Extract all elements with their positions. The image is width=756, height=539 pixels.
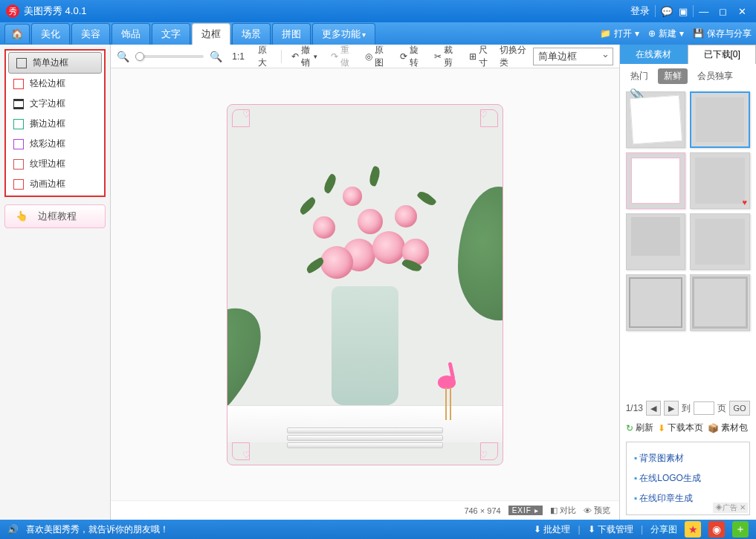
frame-thumb[interactable]: [690, 213, 750, 270]
link-bg-materials[interactable]: 背景图素材: [633, 448, 743, 468]
sidebar-item-label: 简单边框: [33, 57, 68, 69]
sidebar-item-label: 轻松边框: [30, 77, 65, 90]
materials-panel: 在线素材 已下载[0] 热门 新鲜 会员独享 1/13 ◀ ▶ 到 页 GO: [619, 45, 756, 520]
tab-ornament[interactable]: 饰品: [112, 23, 150, 45]
page-input[interactable]: [694, 401, 714, 415]
eye-icon: 👁: [584, 506, 592, 515]
frame-thumbnails: [620, 88, 756, 398]
compare-button[interactable]: ◧对比: [550, 505, 576, 516]
square-icon: [13, 159, 24, 170]
canvas-toolbar: 🔍 🔍 1:1 原大 ↶撤销▾ ↷重做 ◎原图 ⟳旋转 ✂裁剪 ⊞尺寸 切换分类…: [111, 45, 619, 68]
plus-icon: ⊕: [648, 28, 656, 39]
tab-home[interactable]: 🏠: [4, 24, 30, 43]
frame-thumb[interactable]: [626, 152, 686, 209]
tab-online-materials[interactable]: 在线素材: [620, 45, 688, 64]
square-icon: [13, 79, 24, 89]
zoom-in-icon[interactable]: 🔍: [210, 51, 222, 62]
square-icon: [13, 139, 24, 149]
page-next-button[interactable]: ▶: [664, 401, 679, 416]
download-page-button[interactable]: ⬇下载本页: [658, 422, 703, 434]
frame-thumb[interactable]: [690, 152, 750, 209]
batch-button[interactable]: ⬇ 批处理: [534, 523, 570, 536]
frame-thumb[interactable]: [626, 213, 686, 270]
filter-new[interactable]: 新鲜: [658, 68, 688, 84]
frame-thumb[interactable]: [626, 274, 686, 331]
material-pack-button[interactable]: 📦素材包: [708, 422, 748, 434]
refresh-icon: ↻: [626, 423, 633, 433]
refresh-button[interactable]: ↻刷新: [626, 422, 653, 434]
status-bar: 🔊 喜欢美图秀秀，就告诉你的朋友哦！ ⬇ 批处理 | ⬇ 下载管理 | 分享图 …: [0, 520, 756, 539]
sidebar-item-color[interactable]: 炫彩边框: [6, 134, 104, 154]
image-dimensions: 746 × 974: [464, 506, 500, 515]
preview-button[interactable]: 👁预览: [584, 505, 610, 516]
sidebar-item-texture[interactable]: 纹理边框: [6, 154, 104, 174]
crop-button[interactable]: ✂裁剪: [430, 42, 459, 71]
chat-icon[interactable]: 💬: [661, 6, 673, 17]
package-icon: 📦: [708, 423, 719, 433]
page-go-button[interactable]: GO: [729, 401, 750, 416]
lines-icon: [13, 99, 24, 109]
page-prev-button[interactable]: ◀: [646, 401, 661, 416]
login-button[interactable]: 登录: [630, 4, 650, 18]
folder-icon: 📁: [600, 28, 611, 39]
tab-text[interactable]: 文字: [152, 23, 190, 45]
tab-downloaded[interactable]: 已下载[0]: [688, 45, 756, 64]
close-button[interactable]: ✕: [735, 6, 749, 17]
ad-badge[interactable]: ◈广告 ✕: [713, 503, 748, 513]
tutorial-label: 边框教程: [38, 210, 77, 223]
exif-button[interactable]: EXIF ▸: [508, 506, 543, 515]
redo-button[interactable]: ↷重做: [327, 42, 355, 71]
share-label: 分享图: [650, 523, 677, 536]
open-button[interactable]: 📁打开▾: [600, 28, 639, 40]
share-qzone-icon[interactable]: ★: [685, 521, 701, 538]
titlebar: 秀 美图秀秀 4.0.1 登录 💬 ▣ — ◻ ✕: [0, 0, 756, 22]
app-logo-icon: 秀: [6, 4, 19, 18]
edited-image[interactable]: ♡ ♡ ♡ ♡: [227, 104, 503, 465]
disk-icon: 💾: [693, 28, 704, 39]
filter-hot[interactable]: 热门: [624, 68, 654, 84]
frame-thumb[interactable]: [690, 91, 750, 148]
share-weibo-icon[interactable]: ◉: [708, 521, 725, 538]
canvas-area: ♡ ♡ ♡ ♡: [111, 68, 619, 500]
new-button[interactable]: ⊕新建▾: [648, 28, 684, 40]
sidebar-item-easy[interactable]: 轻松边框: [6, 74, 104, 94]
share-add-icon[interactable]: ＋: [732, 521, 749, 538]
frame-category-dropdown[interactable]: 简单边框: [533, 48, 613, 65]
zoom-11-button[interactable]: 1:1: [228, 49, 248, 64]
tab-frame[interactable]: 边框: [192, 23, 230, 45]
image-icon: ◎: [365, 51, 372, 62]
undo-button[interactable]: ↶撤销▾: [288, 42, 321, 71]
tutorial-button[interactable]: 👆 边框教程: [4, 204, 106, 228]
original-button[interactable]: ◎原图: [361, 42, 390, 71]
scissors-icon: ✂: [434, 51, 442, 62]
rotate-icon: ⟳: [400, 51, 407, 62]
sidebar-item-text[interactable]: 文字边框: [6, 94, 104, 114]
link-logo-gen[interactable]: 在线LOGO生成: [633, 468, 743, 488]
sidebar-item-animation[interactable]: 动画边框: [6, 174, 104, 194]
sidebar-item-simple[interactable]: 简单边框: [8, 52, 102, 74]
zoom-out-icon[interactable]: 🔍: [117, 51, 129, 62]
frame-thumb[interactable]: [690, 274, 750, 331]
feedback-icon[interactable]: ▣: [679, 6, 688, 17]
square-icon: [13, 179, 24, 190]
hand-icon: 👆: [16, 210, 30, 222]
minimize-button[interactable]: —: [697, 6, 711, 17]
pagination: 1/13 ◀ ▶ 到 页 GO: [620, 398, 756, 419]
save-share-button[interactable]: 💾保存与分享: [693, 28, 752, 40]
zoom-original-button[interactable]: 原大: [254, 42, 275, 71]
rotate-button[interactable]: ⟳旋转: [396, 42, 424, 71]
frame-thumb[interactable]: [626, 91, 686, 148]
redo-icon: ↷: [331, 51, 338, 62]
download-manager-button[interactable]: ⬇ 下载管理: [588, 523, 633, 536]
tab-beauty[interactable]: 美容: [71, 23, 110, 45]
sidebar-item-label: 纹理边框: [30, 158, 65, 170]
sidebar-item-label: 文字边框: [30, 97, 65, 110]
tab-beautify[interactable]: 美化: [31, 23, 70, 45]
filter-vip[interactable]: 会员独享: [691, 68, 739, 84]
download-icon: ⬇: [658, 423, 665, 433]
sidebar-item-tear[interactable]: 撕边边框: [6, 114, 104, 134]
ruler-icon: ⊞: [469, 51, 476, 62]
size-button[interactable]: ⊞尺寸: [465, 42, 494, 71]
zoom-slider[interactable]: [135, 55, 204, 58]
maximize-button[interactable]: ◻: [716, 6, 729, 17]
